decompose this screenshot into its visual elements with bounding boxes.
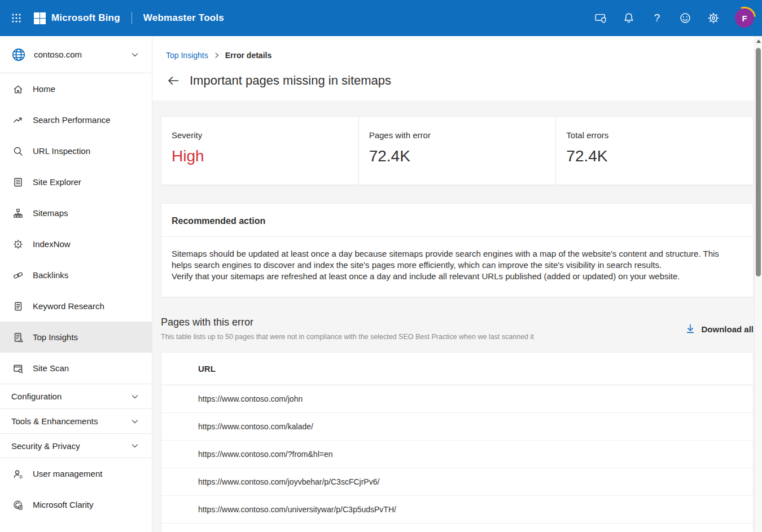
recommended-action-paragraph-1: Sitemaps should be updated at least once… [172,248,728,271]
sidebar-item-label: Site Scan [33,363,69,373]
account-button[interactable]: F [733,6,756,30]
table-row: https://www.contoso.com/?from&hl=en [161,441,753,468]
sidebar-item-sitemaps[interactable]: Sitemaps [0,197,152,228]
back-arrow-icon[interactable] [166,73,181,88]
sidebar-item-label: Backlinks [33,270,68,280]
table-column-header-url: URL [161,353,753,385]
top-insights-icon [12,332,24,343]
sidebar-section-tools-enhancements[interactable]: Tools & Enhancements [0,408,152,433]
vertical-scrollbar[interactable] [754,36,762,532]
chevron-down-icon [129,416,141,427]
scrollbar-thumb[interactable] [756,48,761,276]
breadcrumb-current: Error details [225,51,271,60]
sidebar-item-label: Search Performance [33,115,111,125]
backlinks-icon [12,270,24,281]
sidebar-section-security-privacy[interactable]: Security & Privacy [0,433,152,458]
sidebar-item-label: Sitemaps [33,208,68,218]
pages-with-error-value: 72.4K [369,147,556,165]
stat-label: Total errors [566,130,753,140]
feedback-smiley-icon[interactable] [673,5,698,32]
page-title: Important pages missing in sitemaps [190,73,391,88]
waffle-icon[interactable] [3,0,29,36]
sidebar-item-backlinks[interactable]: Backlinks [0,260,152,291]
breadcrumb-top-insights[interactable]: Top Insights [166,51,208,60]
sidebar-item-keyword-research[interactable]: Keyword Research [0,291,152,322]
stat-severity: Severity High [161,117,358,184]
main-content: Top Insights Error details Important pag… [152,36,762,532]
chevron-down-icon [129,391,141,402]
brand-name: Microsoft Bing [51,12,120,24]
error-pages-table: URL https://www.contoso.com/john https:/… [161,352,754,532]
table-row: https://www.contoso.com/joyvbehar/p/C3sc… [161,468,753,496]
brand-divider [132,12,132,24]
help-icon[interactable]: ? [645,5,669,32]
sidebar-item-home[interactable]: Home [0,73,152,104]
sidebar: contoso.com Home Search Performance URL … [0,36,152,532]
sidebar-item-indexnow[interactable]: IndexNow [0,228,152,260]
download-icon [685,323,696,335]
settings-gear-icon[interactable] [701,5,726,32]
sidebar-section-configuration[interactable]: Configuration [0,384,152,408]
keyword-research-icon [12,301,24,312]
sidebar-item-label: Site Explorer [33,177,81,187]
site-explorer-icon [12,177,24,188]
error-stats-card: Severity High Pages with error 72.4K Tot… [161,116,754,185]
sidebar-item-search-performance[interactable]: Search Performance [0,104,152,135]
sidebar-item-label: User management [33,469,102,478]
sidebar-item-label: Home [33,84,55,94]
sidebar-item-site-explorer[interactable]: Site Explorer [0,166,152,197]
sidebar-item-label: Keyword Research [33,301,104,311]
site-selector[interactable]: contoso.com [0,36,152,73]
sitemaps-icon [12,208,24,219]
scrollbar-up-arrow[interactable] [756,39,761,43]
search-performance-icon [12,115,24,126]
notifications-bell-icon[interactable] [616,5,641,32]
chevron-down-icon [129,49,141,60]
sidebar-section-label: Tools & Enhancements [11,416,98,426]
globe-icon [11,47,26,62]
download-all-button[interactable]: Download all [685,323,754,335]
sidebar-item-user-management[interactable]: User management [0,458,152,489]
recommended-action-card: Recommended action Sitemaps should be up… [161,203,754,297]
user-management-icon [12,468,24,480]
total-errors-value: 72.4K [566,147,753,165]
microsoft-clarity-icon [12,499,24,511]
url-cell: https://www.contoso.com/universitywar/p/… [198,505,396,514]
home-icon [12,83,24,95]
indexnow-icon [12,239,24,250]
table-row: https://www.contoso.com/john [161,385,753,413]
recommended-action-body: Sitemaps should be updated at least once… [161,237,753,297]
site-scan-icon [12,363,24,374]
avatar: F [735,8,754,28]
sidebar-item-microsoft-clarity[interactable]: Microsoft Clarity [0,489,152,520]
sidebar-item-top-insights[interactable]: Top Insights [0,322,152,353]
sidebar-item-site-scan[interactable]: Site Scan [0,353,152,384]
sidebar-section-label: Configuration [11,392,62,401]
table-row: https://www.contoso.com/kalade/ [161,413,753,441]
sidebar-item-label: IndexNow [33,239,71,249]
stat-total-errors: Total errors 72.4K [555,117,753,184]
table-row: https://www.contoso.com/kentindia.knight… [161,524,753,532]
site-name: contoso.com [34,50,82,59]
stat-label: Severity [172,130,358,140]
chevron-down-icon [129,440,141,451]
waffle-dots [11,12,22,24]
sidebar-item-label: URL Inspection [33,146,90,156]
topbar: Microsoft Bing Webmaster Tools ? [0,0,762,36]
url-inspection-icon [12,146,24,157]
stat-pages-with-error: Pages with error 72.4K [358,117,556,184]
screen-shield-icon[interactable] [588,5,613,32]
url-cell: https://www.contoso.com/john [198,394,303,403]
url-cell: https://www.contoso.com/joyvbehar/p/C3sc… [198,477,379,486]
download-all-label: Download all [701,324,754,334]
recommended-action-title: Recommended action [161,204,753,237]
severity-value: High [172,147,358,165]
url-cell: https://www.contoso.com/?from&hl=en [198,450,333,459]
url-cell: https://www.contoso.com/kalade/ [198,422,313,431]
sidebar-item-label: Top Insights [33,332,78,342]
brand-link[interactable]: Microsoft Bing Webmaster Tools [34,12,224,24]
breadcrumb: Top Insights Error details [166,51,762,60]
sidebar-item-url-inspection[interactable]: URL Inspection [0,135,152,166]
section-subtitle: This table lists up to 50 pages that wer… [161,333,534,341]
sidebar-item-label: Microsoft Clarity [33,500,94,509]
